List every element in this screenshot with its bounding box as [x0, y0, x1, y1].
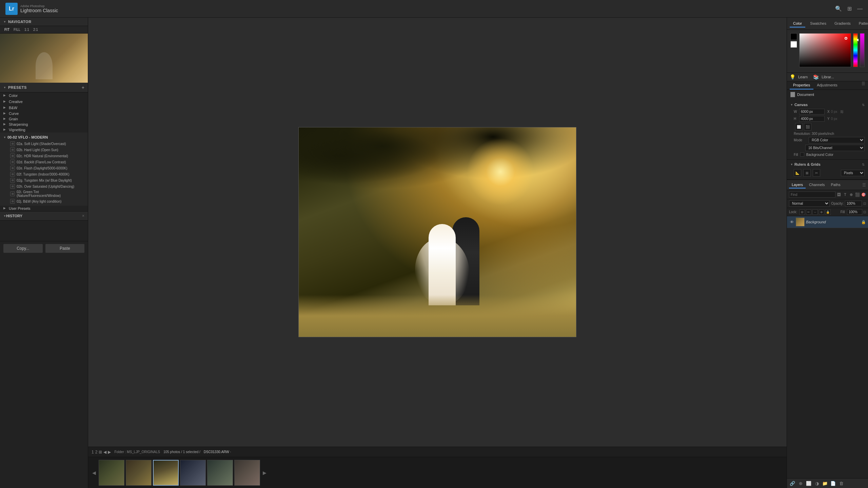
rulers-unit-select[interactable]: Pixels	[841, 170, 865, 176]
tab-patterns[interactable]: Patterns	[855, 20, 868, 27]
color-picker-gradient[interactable]	[799, 33, 851, 67]
navigator-header[interactable]: ▼ Navigator	[0, 18, 88, 26]
preset-02d[interactable]: ▤ 02d. Backlit (Flare/Low Contrast)	[0, 159, 88, 165]
lock-btn-1[interactable]: ⊞	[800, 209, 805, 215]
nav-grid[interactable]: ⊞	[99, 450, 102, 454]
canvas-icon-2[interactable]: ⬛	[804, 123, 811, 130]
layer-tool-img[interactable]: 🖼	[836, 191, 842, 198]
background-color-swatch[interactable]	[790, 41, 797, 48]
ruler-icon-2[interactable]: ⊞	[803, 169, 811, 177]
layer-new-btn[interactable]: 📄	[830, 480, 836, 487]
copy-button[interactable]: Copy...	[3, 244, 43, 253]
preset-bw[interactable]: ▶ B&W	[0, 105, 88, 111]
nav-btn-1[interactable]: 1	[92, 450, 94, 454]
layer-link-btn[interactable]: 🔗	[789, 480, 796, 487]
fill-value-input[interactable]	[847, 209, 862, 215]
filmstrip-next[interactable]: ▶	[261, 469, 268, 477]
film-thumb-1[interactable]	[99, 460, 124, 486]
image-container[interactable]	[88, 18, 787, 447]
layer-tool-adj[interactable]: ⊕	[849, 191, 854, 198]
layer-tool-shape[interactable]: ⬛	[855, 191, 860, 198]
layer-adj-btn[interactable]: ◑	[813, 480, 820, 487]
canvas-header[interactable]: ▼ Canvas ⇅	[787, 101, 868, 108]
fill-checkbox[interactable]	[800, 152, 804, 157]
lock-btn-5[interactable]: 🔒	[825, 209, 831, 215]
tab-properties[interactable]: Properties	[790, 81, 813, 89]
paste-button[interactable]: Paste	[45, 244, 85, 253]
layer-effects-btn[interactable]: ⊕	[797, 480, 804, 487]
preset-sharpening[interactable]: ▶ Sharpening	[0, 122, 88, 127]
learn-label[interactable]: Learn	[798, 75, 808, 79]
preset-vignetting[interactable]: ▶ Vignetting	[0, 127, 88, 133]
window-icon[interactable]: ⊞	[847, 5, 852, 12]
search-icon[interactable]: 🔍	[835, 5, 842, 12]
layer-eye-icon[interactable]: 👁	[789, 219, 794, 225]
user-presets[interactable]: ▶ User Presets	[0, 206, 88, 211]
preset-curve[interactable]: ▶ Curve	[0, 111, 88, 116]
foreground-color-swatch[interactable]	[790, 33, 797, 40]
lock-btn-3[interactable]: ↔	[812, 209, 818, 215]
tab-gradients[interactable]: Gradients	[831, 20, 854, 27]
presets-add-btn[interactable]: +	[82, 85, 84, 90]
tab-paths[interactable]: Paths	[828, 182, 843, 188]
rulers-header[interactable]: ▼ Rulers & Grids ⇅	[787, 161, 868, 168]
preset-02j[interactable]: ▤ 02j. B&W (Any light condition)	[0, 198, 88, 204]
tab-adjustments[interactable]: Adjustments	[813, 81, 841, 89]
zoom-fill[interactable]: FILL	[13, 27, 21, 32]
canvas-icon-1[interactable]: ⬜	[795, 123, 803, 130]
film-thumb-3[interactable]	[153, 460, 179, 486]
hue-bar[interactable]	[853, 33, 858, 67]
ruler-icon-3[interactable]: ✂	[813, 169, 820, 177]
tab-channels[interactable]: Channels	[806, 182, 827, 188]
layer-group-btn[interactable]: 📁	[822, 480, 828, 487]
lock-btn-2[interactable]: ✏	[806, 209, 811, 215]
preset-02g[interactable]: ▤ 02g. Tungsten Mix (w/ Blue Daylight)	[0, 177, 88, 183]
zoom-1-1[interactable]: 1:1	[23, 27, 30, 32]
layer-background[interactable]: 👁 Background 🔒	[787, 216, 868, 228]
opacity-stepper[interactable]: ⊡	[863, 202, 866, 205]
mode-select[interactable]: RGB Color	[809, 137, 865, 143]
tab-layers[interactable]: Layers	[789, 182, 806, 188]
zoom-fit[interactable]: FIT	[3, 27, 11, 32]
tab-color[interactable]: Color	[790, 20, 805, 27]
presets-header[interactable]: ▼ Presets +	[0, 83, 88, 93]
fill-stepper[interactable]: ⊡	[863, 210, 866, 214]
zoom-2-1[interactable]: 2:1	[32, 27, 39, 32]
opacity-bar[interactable]	[860, 33, 865, 67]
history-close-btn[interactable]: ×	[82, 214, 84, 218]
preset-02a[interactable]: ▤ 02a. Soft Light (Shade/Overcast)	[0, 141, 88, 147]
link-icon[interactable]: ⛓	[840, 110, 844, 114]
film-thumb-2[interactable]	[126, 460, 152, 486]
layer-mask-btn[interactable]: ⬜	[805, 480, 812, 487]
preset-grain[interactable]: ▶ Grain	[0, 116, 88, 122]
film-thumb-5[interactable]	[207, 460, 233, 486]
preset-02b[interactable]: ▤ 02b. Hard Light (Open Sun)	[0, 147, 88, 153]
film-thumb-4[interactable]	[180, 460, 206, 486]
bit-depth-select[interactable]: 16 Bits/Channel	[805, 145, 865, 151]
layers-search-input[interactable]	[789, 191, 835, 198]
nav-prev[interactable]: ◀	[103, 450, 106, 454]
ruler-icon-1[interactable]: 📐	[794, 169, 801, 177]
layer-tool-smart[interactable]: 🎯	[861, 191, 866, 198]
preset-02f[interactable]: ▤ 02f. Tungsten (Indoor/3000-4000K)	[0, 171, 88, 177]
lock-btn-4[interactable]: ⊕	[819, 209, 824, 215]
minimize-icon[interactable]: —	[857, 6, 863, 12]
filmstrip-prev[interactable]: ◀	[91, 469, 97, 477]
width-input[interactable]	[799, 109, 825, 115]
nav-btn-2[interactable]: 2	[95, 450, 98, 454]
height-input[interactable]	[799, 116, 825, 122]
layers-menu[interactable]: ☰	[862, 183, 866, 187]
preset-color[interactable]: ▶ Color	[0, 93, 88, 99]
preset-02e[interactable]: ▤ 02e. Flash (Daylight/5000-6000K)	[0, 165, 88, 171]
tab-swatches[interactable]: Swatches	[807, 20, 830, 27]
nav-next[interactable]: ▶	[108, 450, 111, 454]
preset-02c[interactable]: ▤ 02c. HDR Natural (Environmental)	[0, 153, 88, 159]
layer-delete-btn[interactable]: 🗑	[838, 480, 845, 487]
properties-menu[interactable]: ☰	[862, 81, 865, 89]
film-thumb-6[interactable]	[234, 460, 260, 486]
preset-02h[interactable]: ▤ 02h. Over Saturated (Uplight/Dancing)	[0, 183, 88, 189]
blend-mode-select[interactable]: Normal	[789, 200, 830, 207]
preset-main-header[interactable]: ▼ 00-02 VFLO - MODERN	[0, 134, 88, 141]
opacity-input[interactable]	[845, 201, 862, 206]
layer-tool-t[interactable]: T	[843, 191, 848, 198]
